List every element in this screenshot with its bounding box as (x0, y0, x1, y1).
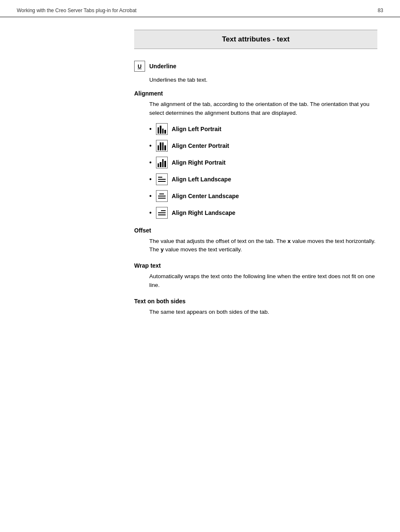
align-right-landscape-icon (156, 207, 168, 219)
align-center-portrait-icon (156, 140, 168, 152)
alignment-list: • Align Left Portrait • (149, 123, 377, 219)
main-content: Text attributes - text U Underline Under… (134, 30, 377, 325)
wrap-text-block: Wrap text Automatically wraps the text o… (134, 262, 377, 289)
text-both-sides-block: Text on both sides The same text appears… (134, 298, 377, 316)
list-item: • Align Left Landscape (149, 173, 377, 185)
underline-icon: U (134, 61, 145, 72)
bullet-icon: • (149, 142, 152, 149)
content-area: Text attributes - text U Underline Under… (0, 17, 400, 341)
page-number: 83 (378, 8, 383, 13)
bullet-icon: • (149, 176, 152, 183)
underline-label: Underline (149, 63, 177, 70)
bullet-icon: • (149, 159, 152, 166)
align-left-landscape-label: Align Left Landscape (172, 176, 231, 183)
align-left-portrait-icon (156, 123, 168, 135)
alignment-heading: Alignment (134, 90, 377, 97)
align-left-landscape-icon (156, 173, 168, 185)
text-both-sides-description: The same text appears on both sides of t… (149, 308, 377, 316)
alignment-description: The alignment of the tab, according to t… (149, 100, 377, 117)
align-center-landscape-icon (156, 190, 168, 202)
bullet-icon: • (149, 193, 152, 199)
list-item: • Align Right Portrait (149, 157, 377, 168)
bullet-icon: • (149, 209, 152, 216)
section-title: Text attributes - text (143, 35, 369, 44)
align-right-portrait-label: Align Right Portrait (172, 159, 226, 166)
wrap-text-heading: Wrap text (134, 262, 377, 269)
align-right-landscape-label: Align Right Landscape (172, 209, 236, 216)
section-title-box: Text attributes - text (134, 30, 377, 49)
list-item: • Align Center Portrait (149, 140, 377, 152)
underline-section: U Underline (134, 61, 377, 72)
offset-description: The value that adjusts the offset of tex… (149, 237, 377, 254)
align-center-landscape-label: Align Center Landscape (172, 193, 239, 199)
alignment-block: Alignment The alignment of the tab, acco… (134, 90, 377, 219)
offset-y-bold: y (161, 246, 164, 253)
offset-x-bold: x (288, 238, 291, 244)
list-item: • Align Left Portrait (149, 123, 377, 135)
list-item: • Align Right Landscape (149, 207, 377, 219)
align-center-portrait-label: Align Center Portrait (172, 142, 229, 149)
header-title: Working with the Creo Server Tabs plug-i… (17, 8, 137, 13)
wrap-text-description: Automatically wraps the text onto the fo… (149, 272, 377, 289)
offset-heading: Offset (134, 227, 377, 234)
underline-description: Underlines the tab text. (149, 76, 377, 84)
align-right-portrait-icon (156, 157, 168, 168)
page-header: Working with the Creo Server Tabs plug-i… (0, 0, 400, 17)
bullet-icon: • (149, 126, 152, 132)
list-item: • Align Center Landscape (149, 190, 377, 202)
align-left-portrait-label: Align Left Portrait (172, 126, 221, 132)
text-both-sides-heading: Text on both sides (134, 298, 377, 305)
offset-block: Offset The value that adjusts the offset… (134, 227, 377, 254)
